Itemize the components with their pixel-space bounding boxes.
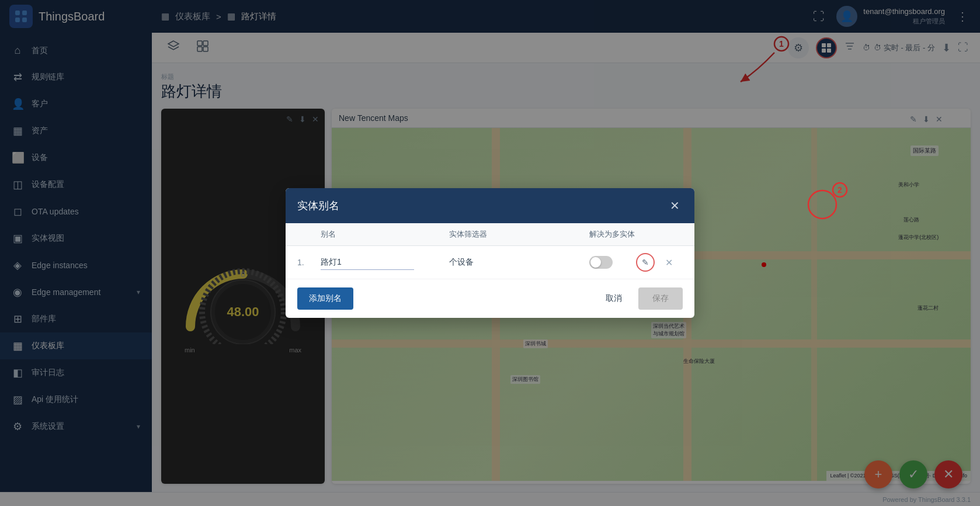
toggle-knob: [590, 257, 601, 268]
col-empty: [297, 229, 321, 240]
alias-input[interactable]: [321, 255, 414, 270]
row-actions: ✎ ✕: [636, 253, 683, 272]
modal-title: 实体别名: [297, 199, 339, 213]
col-resolve-header: 解决为多实体: [589, 229, 636, 240]
add-alias-button[interactable]: 添加别名: [297, 287, 353, 310]
resolve-toggle[interactable]: [589, 256, 613, 269]
entity-filter-text: 个设备: [449, 257, 589, 268]
modal-header: 实体别名 ✕: [286, 188, 694, 223]
row-number: 1.: [297, 258, 321, 267]
modal-close-btn[interactable]: ✕: [666, 197, 683, 214]
save-button[interactable]: 保存: [638, 287, 683, 310]
modal-footer-right: 取消 保存: [596, 287, 683, 310]
alias-input-cell: [321, 255, 449, 270]
cancel-button[interactable]: 取消: [596, 287, 631, 310]
col-actions-header: [636, 229, 683, 240]
toggle-cell: [589, 256, 636, 269]
modal-row-1: 1. 个设备 ✎ ✕: [286, 246, 694, 279]
modal-table-header: 别名 实体筛选器 解决为多实体: [286, 223, 694, 246]
modal-overlay: 实体别名 ✕ 别名 实体筛选器 解决为多实体 1. 个设备: [0, 0, 980, 506]
row-delete-button[interactable]: ✕: [659, 253, 678, 272]
row-edit-button[interactable]: ✎: [636, 253, 655, 272]
col-filter-header: 实体筛选器: [449, 229, 589, 240]
modal-footer: 添加别名 取消 保存: [286, 279, 694, 318]
col-alias-header: 别名: [321, 229, 449, 240]
entity-alias-dialog: 实体别名 ✕ 别名 实体筛选器 解决为多实体 1. 个设备: [286, 188, 694, 318]
modal-body: 别名 实体筛选器 解决为多实体 1. 个设备 ✎ ✕: [286, 223, 694, 279]
